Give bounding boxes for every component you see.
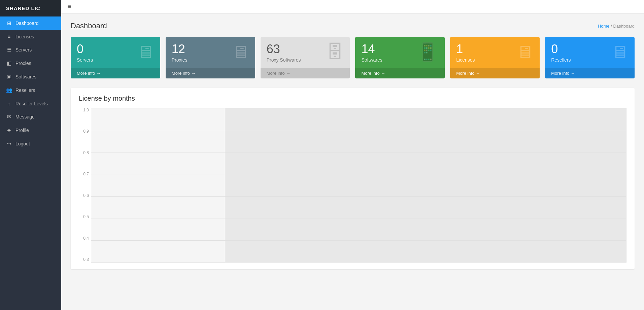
grid-line-6 [91,240,626,241]
grid-line-2 [91,152,626,152]
breadcrumb: Home / Dashboard [598,24,635,29]
stat-card-proxies[interactable]: 12Proxies🖥More info → [166,37,255,78]
chart-yaxis: 1.00.90.80.70.60.50.40.3 [79,108,91,263]
stat-label-1: Proxies [172,57,188,63]
stat-footer-3[interactable]: More info → [355,68,445,78]
stat-card-servers[interactable]: 0Servers🖥More info → [71,37,160,78]
stat-footer-1[interactable]: More info → [166,68,255,78]
page-title: Dashboard [71,22,107,30]
stat-footer-5[interactable]: More info → [545,68,635,78]
sidebar-item-dashboard[interactable]: ⊞Dashboard [0,16,61,30]
stats-cards-row: 0Servers🖥More info →12Proxies🖥More info … [71,37,635,78]
logout-icon: ↪ [6,141,12,147]
y-label-0: 1.0 [83,108,89,112]
profile-icon: ◈ [6,127,12,133]
breadcrumb-current: Dashboard [613,24,635,29]
y-label-4: 0.6 [83,193,89,198]
grid-line-7 [91,262,626,263]
sidebar-item-softwares[interactable]: ▣Softwares [0,70,61,83]
sidebar-nav: ⊞Dashboard≡Licenses☰Servers◧Proxies▣Soft… [0,16,61,150]
sidebar-label-licenses: Licenses [15,34,34,39]
stat-footer-2[interactable]: More info → [261,68,350,78]
content-area: Dashboard Home / Dashboard 0Servers🖥More… [61,13,644,310]
y-label-5: 0.5 [83,214,89,219]
chart-section: License by months 1.00.90.80.70.60.50.40… [71,88,635,269]
sidebar-label-softwares: Softwares [15,74,36,79]
sidebar-label-logout: Logout [15,141,30,146]
chart-wrapper: 1.00.90.80.70.60.50.40.3 [79,108,626,263]
stat-icon-1: 🖥 [232,43,249,61]
main-content: ≡ Dashboard Home / Dashboard 0Servers🖥Mo… [61,0,644,310]
sidebar-item-profile[interactable]: ◈Profile [0,124,61,137]
proxies-icon: ◧ [6,60,12,66]
y-label-2: 0.8 [83,150,89,155]
chart-area [91,108,626,263]
stat-number-0: 0 [77,43,93,55]
dashboard-icon: ⊞ [6,20,12,26]
stat-icon-4: 🖥 [516,43,534,61]
stat-icon-5: 🖥 [611,43,629,61]
stat-label-5: Resellers [551,57,571,63]
sidebar-label-profile: Profile [15,128,29,133]
grid-line-0 [91,108,626,108]
sidebar-label-reseller-levels: Reseller Levels [15,101,48,106]
stat-label-0: Servers [77,57,93,63]
stat-label-3: Softwares [361,57,382,63]
hamburger-icon[interactable]: ≡ [67,3,71,10]
reseller-levels-icon: ↑ [6,101,12,106]
chart-title: License by months [79,95,626,102]
stat-number-2: 63 [267,43,301,55]
sidebar-item-message[interactable]: ✉Message [0,110,61,124]
y-label-7: 0.3 [83,257,89,262]
grid-line-1 [91,130,626,130]
sidebar-label-resellers: Resellers [15,88,35,93]
grid-line-5 [91,218,626,218]
stat-footer-4[interactable]: More info → [450,68,540,78]
sidebar: SHARED LIC ⊞Dashboard≡Licenses☰Servers◧P… [0,0,61,310]
softwares-icon: ▣ [6,74,12,80]
message-icon: ✉ [6,114,12,120]
sidebar-item-reseller-levels[interactable]: ↑Reseller Levels [0,97,61,110]
sidebar-item-servers[interactable]: ☰Servers [0,43,61,57]
y-label-6: 0.4 [83,236,89,241]
sidebar-label-servers: Servers [15,47,32,53]
page-header: Dashboard Home / Dashboard [71,22,635,30]
sidebar-title: SHARED LIC [0,0,61,16]
sidebar-item-resellers[interactable]: 👥Resellers [0,83,61,97]
stat-card-resellers[interactable]: 0Resellers🖥More info → [545,37,635,78]
sidebar-label-message: Message [15,114,35,119]
servers-icon: ☰ [6,47,12,53]
resellers-icon: 👥 [6,87,12,93]
sidebar-label-dashboard: Dashboard [15,21,39,26]
stat-footer-0[interactable]: More info → [71,68,160,78]
sidebar-label-proxies: Proxies [15,61,31,66]
sidebar-item-proxies[interactable]: ◧Proxies [0,57,61,70]
stat-number-3: 14 [361,43,382,55]
stat-card-proxy-softwares[interactable]: 63Proxy Softwares🗄More info → [261,37,350,78]
grid-line-3 [91,174,626,174]
stat-number-5: 0 [551,43,571,55]
topbar: ≡ [61,0,644,13]
stat-number-1: 12 [172,43,188,55]
stat-icon-3: 📱 [417,43,439,61]
stat-number-4: 1 [456,43,475,55]
y-label-1: 0.9 [83,129,89,134]
stat-icon-0: 🖥 [137,43,154,61]
sidebar-item-logout[interactable]: ↪Logout [0,137,61,150]
stat-label-2: Proxy Softwares [267,57,301,63]
stat-card-licenses[interactable]: 1Licenses🖥More info → [450,37,540,78]
breadcrumb-home[interactable]: Home [598,24,610,29]
chart-grid-lines [91,108,626,262]
stat-label-4: Licenses [456,57,475,63]
y-label-3: 0.7 [83,172,89,176]
licenses-icon: ≡ [6,34,12,39]
grid-line-4 [91,196,626,197]
stat-card-softwares[interactable]: 14Softwares📱More info → [355,37,445,78]
stat-icon-2: 🗄 [326,43,344,61]
sidebar-item-licenses[interactable]: ≡Licenses [0,30,61,43]
